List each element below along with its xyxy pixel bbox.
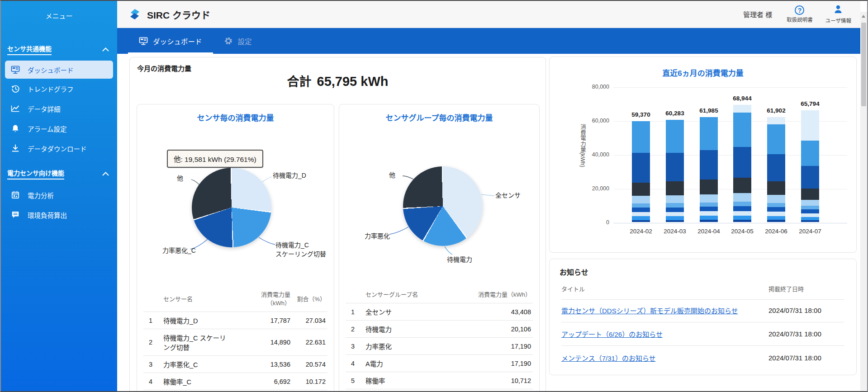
bar-segment [767, 207, 785, 212]
app-window: メニュー センサ共通機能 ダッシュボード トレンドグラフ データ詳細 [0, 0, 868, 392]
pie-label-other: 他 [177, 173, 183, 182]
pie-label-poor-pf-c: 力率悪化_C [162, 246, 196, 255]
scrollbar-up-arrow-icon[interactable] [862, 15, 865, 18]
bar-segment [733, 220, 751, 222]
sidebar-item-data-detail[interactable]: データ詳細 [1, 99, 117, 118]
news-table-header: タイトル 掲載終了日時 [561, 284, 844, 300]
bar-segment [767, 212, 785, 216]
dashboard-icon [11, 65, 20, 74]
calendar-icon [11, 190, 20, 199]
sensor-table: センサー名 消費電力量（kWh） 割合（%） 1待機電力_D17,78727.0… [143, 287, 327, 392]
bar-chart-plot[interactable]: 0 20,000 40,000 60,000 80,000 消費電力量(kWh)… [550, 57, 856, 252]
bar-segment [801, 217, 819, 220]
bar-segment [632, 216, 650, 220]
bar-segment [666, 120, 684, 153]
bar-segment [632, 153, 650, 183]
total-label: 合計 [287, 75, 312, 89]
stacked-bar[interactable] [666, 120, 684, 222]
news-link[interactable]: 電力センサ（DDSシリーズ）新モデル販売開始のお知らせ [561, 306, 768, 315]
scrollbar-thumb[interactable] [861, 23, 866, 106]
tab-settings[interactable]: 設定 [213, 28, 263, 54]
stacked-bar[interactable] [632, 121, 650, 222]
bar-segment [700, 194, 718, 203]
bar-x-label: 2024-07 [790, 228, 830, 235]
sidebar-title: メニュー [1, 1, 117, 34]
bar-segment [801, 200, 819, 206]
vertical-scrollbar[interactable] [860, 12, 867, 391]
bar-segment [801, 141, 819, 165]
sidebar-item-environmental-load[interactable]: 環境負荷算出 [1, 205, 117, 225]
bar-segment [733, 216, 751, 220]
user-icon [833, 5, 843, 16]
trend-graph-icon [11, 84, 20, 93]
news-date: 2024/07/31 18:00 [768, 354, 844, 362]
six-month-chart-card: 直近6ヵ月の消費電力量 0 20,000 40,000 60,000 80,00… [549, 57, 857, 253]
table-row: 4稼働率_C6,69210.172 [143, 373, 327, 390]
news-row: アップデート（6/26）のお知らせ 2024/07/31 18:00 [561, 322, 844, 346]
line-chart-icon [11, 104, 20, 113]
dashboard-icon [139, 37, 148, 46]
sidebar-item-data-download[interactable]: データダウンロード [1, 138, 117, 158]
sidebar-section-power-sensor[interactable]: 電力センサ向け機能 [7, 168, 110, 179]
table-row: 3力率悪化17,190 [346, 337, 533, 354]
bar-segment [700, 211, 718, 216]
tab-dashboard[interactable]: ダッシュボード [128, 28, 213, 54]
news-row: 電力センサ（DDSシリーズ）新モデル販売開始のお知らせ 2024/07/31 1… [561, 299, 844, 322]
sidebar-item-alarm-settings[interactable]: アラーム設定 [1, 118, 117, 138]
bar-segment [700, 220, 718, 222]
bar-segment [666, 195, 684, 203]
news-title: お知らせ [560, 266, 588, 277]
group-table: センサーグループ名 消費電力量（kWh） 1全センサ43,408 2待機電力20… [346, 287, 533, 392]
bar-segment [767, 195, 785, 203]
total-value: 65,795 kWh [317, 74, 389, 89]
bar-segment [666, 212, 684, 216]
group-table-header: センサーグループ名 消費電力量（kWh） [346, 287, 533, 303]
help-icon: ? [795, 5, 804, 15]
sidebar-item-trend-graph[interactable]: トレンドグラフ [1, 79, 117, 99]
bar-segment [700, 150, 718, 180]
stacked-bar[interactable] [767, 117, 785, 222]
bar-total-label: 68,944 [722, 95, 763, 102]
sidebar-section-sensor-common[interactable]: センサ共通機能 [7, 44, 110, 55]
stacked-bar[interactable] [700, 117, 718, 222]
bar-segment [801, 110, 819, 141]
section-label: 電力センサ向け機能 [7, 168, 64, 179]
bar-segment [632, 196, 650, 203]
table-row: 3力率悪化_C13,53620.574 [143, 355, 327, 373]
news-link[interactable]: メンテンス（7/31）のお知らせ [561, 353, 768, 363]
pie-label-standby-d: 待機電力_D [273, 170, 306, 179]
stacked-bar[interactable] [733, 105, 751, 222]
sidebar-item-power-analysis[interactable]: 電力分析 [1, 185, 117, 205]
monthly-total: 合計65,795 kWh [130, 72, 545, 90]
app-logo: SIRC クラウド [127, 7, 210, 22]
bar-segment [700, 179, 718, 194]
bar-segment [666, 216, 684, 220]
sensor-pie-chart[interactable] [192, 168, 271, 247]
bar-total-label: 61,985 [688, 107, 729, 114]
bar-segment [767, 216, 785, 220]
tab-bar: ダッシュボード 設定 [117, 28, 860, 54]
bar-segment [767, 203, 785, 207]
bar-segment [801, 189, 819, 199]
news-link[interactable]: アップデート（6/26）のお知らせ [561, 329, 768, 339]
group-pie-chart[interactable] [403, 166, 483, 246]
table-row: 1待機電力_D17,78727.034 [143, 312, 327, 329]
bar-segment [733, 105, 751, 112]
monthly-consumption-card: 今月の消費電力量 合計65,795 kWh センサ毎の消費電力量 他 待機電力_… [129, 57, 546, 392]
pagination-row: 1ページの表示数: 10 1-5 of 5 ‹ › [346, 389, 533, 392]
news-date: 2024/07/31 18:00 [768, 307, 844, 314]
sidebar-item-dashboard[interactable]: ダッシュボード [5, 61, 113, 79]
bar-segment [666, 153, 684, 182]
bar-segment [801, 220, 819, 222]
bar-segment [700, 207, 718, 211]
manual-button[interactable]: ? 取扱説明書 [787, 5, 813, 23]
pie-label-poor-pf: 力率悪化 [365, 231, 390, 240]
bar-segment [632, 208, 650, 212]
topbar: SIRC クラウド 管理者 様 ? 取扱説明書 ユーザ情報 [117, 1, 860, 28]
bar-segment [733, 206, 751, 211]
bar-segment [632, 121, 650, 153]
stacked-bar[interactable] [801, 110, 819, 222]
bar-segment [733, 202, 751, 206]
bar-segment [666, 181, 684, 195]
user-info-button[interactable]: ユーザ情報 [825, 5, 851, 24]
